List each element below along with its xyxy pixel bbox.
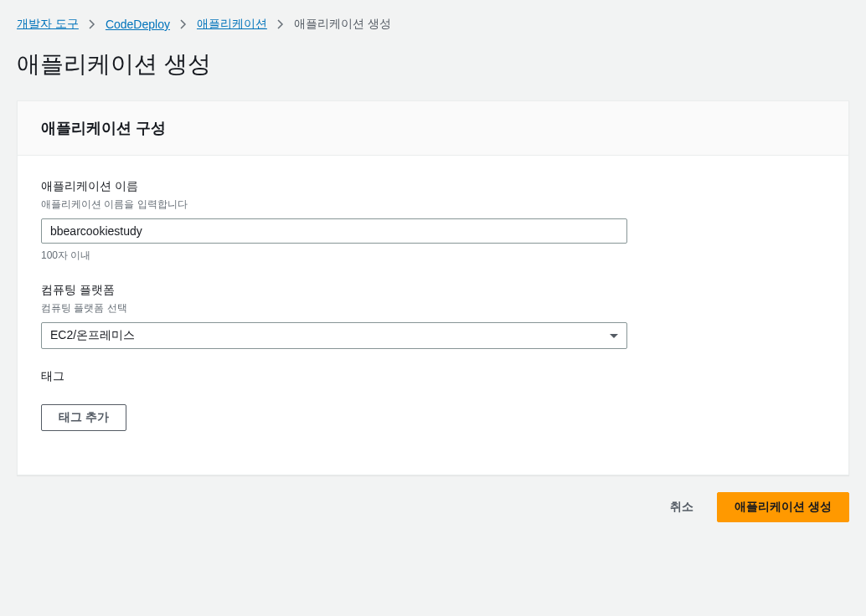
chevron-right-icon bbox=[180, 19, 187, 29]
platform-group: 컴퓨팅 플랫폼 컴퓨팅 플랫폼 선택 EC2/온프레미스 bbox=[41, 283, 825, 349]
create-application-button[interactable]: 애플리케이션 생성 bbox=[717, 492, 849, 522]
breadcrumb-applications[interactable]: 애플리케이션 bbox=[197, 17, 267, 32]
app-name-help: 100자 이내 bbox=[41, 249, 825, 263]
app-name-input[interactable] bbox=[41, 218, 627, 244]
page-title: 애플리케이션 생성 bbox=[17, 49, 849, 80]
panel-body: 애플리케이션 이름 애플리케이션 이름을 입력합니다 100자 이내 컴퓨팅 플… bbox=[18, 156, 848, 475]
cancel-button[interactable]: 취소 bbox=[660, 495, 704, 520]
panel-title: 애플리케이션 구성 bbox=[41, 118, 825, 138]
breadcrumb: 개발자 도구 CodeDeploy 애플리케이션 애플리케이션 생성 bbox=[17, 17, 849, 32]
config-panel: 애플리케이션 구성 애플리케이션 이름 애플리케이션 이름을 입력합니다 100… bbox=[17, 100, 849, 475]
platform-label: 컴퓨팅 플랫폼 bbox=[41, 283, 825, 298]
app-name-hint: 애플리케이션 이름을 입력합니다 bbox=[41, 198, 825, 212]
panel-header: 애플리케이션 구성 bbox=[18, 101, 848, 156]
tags-group: 태그 태그 추가 bbox=[41, 369, 825, 431]
tags-label: 태그 bbox=[41, 369, 825, 384]
app-name-label: 애플리케이션 이름 bbox=[41, 179, 825, 194]
breadcrumb-current: 애플리케이션 생성 bbox=[294, 17, 391, 32]
platform-select[interactable]: EC2/온프레미스 bbox=[41, 322, 627, 349]
platform-hint: 컴퓨팅 플랫폼 선택 bbox=[41, 301, 825, 316]
chevron-right-icon bbox=[89, 19, 95, 29]
chevron-right-icon bbox=[277, 19, 284, 29]
app-name-group: 애플리케이션 이름 애플리케이션 이름을 입력합니다 100자 이내 bbox=[41, 179, 825, 263]
footer-actions: 취소 애플리케이션 생성 bbox=[17, 475, 849, 539]
breadcrumb-codedeploy[interactable]: CodeDeploy bbox=[106, 18, 170, 31]
breadcrumb-dev-tools[interactable]: 개발자 도구 bbox=[17, 17, 79, 32]
add-tag-button[interactable]: 태그 추가 bbox=[41, 404, 126, 431]
